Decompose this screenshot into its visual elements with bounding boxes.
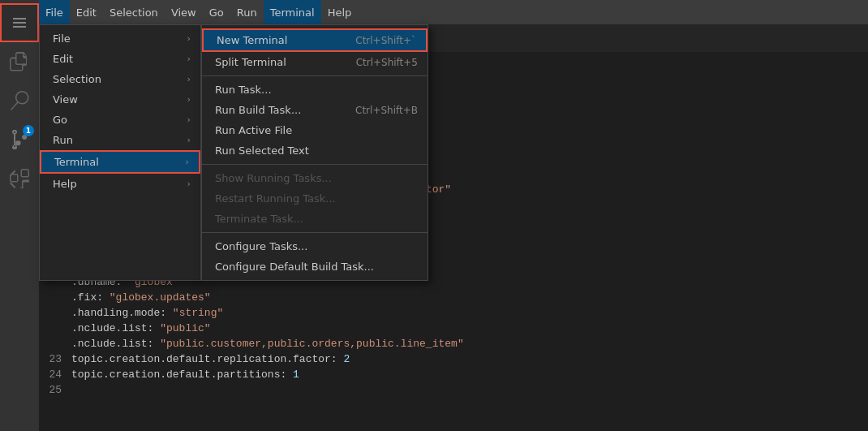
run-menu-item[interactable]: Run — [230, 0, 264, 24]
pm-run-arrow: › — [187, 135, 191, 145]
line-num-24: 24 — [42, 367, 71, 382]
explorer-button[interactable] — [0, 42, 39, 81]
svg-rect-2 — [13, 26, 26, 28]
pm-file-arrow: › — [187, 33, 191, 44]
search-button[interactable] — [0, 81, 39, 120]
line-23: 23 topic.creation.default.replication.fa… — [39, 351, 868, 367]
pm-go-arrow: › — [187, 114, 191, 125]
line-25: 25 — [39, 382, 868, 398]
pm-selection[interactable]: Selection › — [40, 69, 200, 89]
pm-edit[interactable]: Edit › — [40, 49, 200, 69]
sm-new-terminal-label: New Terminal — [217, 34, 287, 46]
menu-bar: File Edit Selection View Go Run Terminal… — [39, 0, 868, 24]
terminal-menu-item[interactable]: Terminal — [264, 0, 321, 24]
pm-selection-label: Selection — [53, 73, 101, 85]
source-control-button[interactable] — [0, 120, 39, 159]
pm-view-arrow: › — [187, 94, 191, 105]
selection-menu-item[interactable]: Selection — [103, 0, 165, 24]
sm-configure-default-build-task[interactable]: Configure Default Build Task... — [202, 256, 428, 277]
pm-help[interactable]: Help › — [40, 174, 200, 194]
pm-run-label: Run — [53, 134, 73, 146]
primary-menu: File › Edit › Selection › View › Go › Ru… — [39, 24, 201, 281]
sm-run-build-task-label: Run Build Task... — [215, 104, 301, 116]
pm-go-label: Go — [53, 114, 67, 126]
sm-new-terminal-shortcut: Ctrl+Shift+` — [355, 35, 416, 46]
sm-restart-running-task: Restart Running Task... — [202, 188, 428, 209]
pm-terminal[interactable]: Terminal › — [40, 150, 200, 174]
sm-sep-2 — [202, 164, 428, 165]
edit-menu-item[interactable]: Edit — [70, 0, 103, 24]
hamburger-menu-button[interactable] — [0, 3, 39, 42]
file-menu-item[interactable]: File — [39, 0, 70, 24]
sm-run-build-task[interactable]: Run Build Task... Ctrl+Shift+B — [202, 100, 428, 120]
activity-bar — [0, 0, 39, 431]
line-include-public: .nclude.list: "public" — [39, 321, 868, 336]
sm-restart-running-task-label: Restart Running Task... — [215, 192, 336, 205]
go-menu-item[interactable]: Go — [203, 0, 230, 24]
sm-show-running-tasks: Show Running Tasks... — [202, 168, 428, 188]
pm-edit-arrow: › — [187, 54, 191, 64]
sm-show-running-tasks-label: Show Running Tasks... — [215, 172, 332, 184]
line-include-tables: .nclude.list: "public.customer,public.or… — [39, 336, 868, 351]
main-area: File Edit Selection View Go Run Terminal… — [39, 0, 868, 431]
sm-run-active-file[interactable]: Run Active File — [202, 120, 428, 140]
sm-configure-tasks[interactable]: Configure Tasks... — [202, 236, 428, 256]
pm-view-label: View — [53, 93, 78, 106]
sm-split-terminal-label: Split Terminal — [215, 56, 286, 68]
sm-terminate-task-label: Terminate Task... — [215, 213, 303, 225]
line-num-23: 23 — [42, 351, 71, 367]
pm-run[interactable]: Run › — [40, 130, 200, 150]
sm-sep-3 — [202, 232, 428, 233]
svg-rect-0 — [13, 18, 26, 19]
sm-split-terminal-shortcut: Ctrl+Shift+5 — [356, 57, 418, 68]
sm-run-selected-text-label: Run Selected Text — [215, 144, 309, 157]
pm-help-arrow: › — [187, 179, 191, 189]
extensions-button[interactable] — [0, 159, 39, 198]
terminal-submenu: New Terminal Ctrl+Shift+` Split Terminal… — [201, 24, 428, 281]
pm-edit-label: Edit — [53, 53, 73, 65]
sm-configure-default-build-task-label: Configure Default Build Task... — [215, 261, 374, 273]
sm-run-task[interactable]: Run Task... — [202, 80, 428, 100]
dropdown-overlay: File › Edit › Selection › View › Go › Ru… — [39, 24, 428, 281]
sm-sep-1 — [202, 75, 428, 76]
line-fix: .fix: "globex.updates" — [39, 290, 868, 305]
sm-run-task-label: Run Task... — [215, 84, 272, 96]
sm-run-active-file-label: Run Active File — [215, 124, 292, 136]
sm-new-terminal[interactable]: New Terminal Ctrl+Shift+` — [202, 28, 428, 52]
pm-view[interactable]: View › — [40, 89, 200, 110]
view-menu-item[interactable]: View — [165, 0, 203, 24]
pm-selection-arrow: › — [187, 74, 191, 84]
sm-run-selected-text[interactable]: Run Selected Text — [202, 140, 428, 161]
sm-split-terminal[interactable]: Split Terminal Ctrl+Shift+5 — [202, 52, 428, 72]
line-handling: .handling.mode: "string" — [39, 305, 868, 321]
help-menu-item[interactable]: Help — [321, 0, 359, 24]
sm-configure-tasks-label: Configure Tasks... — [215, 240, 307, 252]
pm-terminal-label: Terminal — [54, 156, 99, 168]
svg-rect-1 — [13, 22, 26, 24]
pm-help-label: Help — [53, 178, 77, 190]
line-num-25: 25 — [42, 382, 71, 398]
pm-file[interactable]: File › — [40, 28, 200, 49]
sm-run-build-shortcut: Ctrl+Shift+B — [355, 105, 418, 116]
pm-go[interactable]: Go › — [40, 110, 200, 130]
pm-file-label: File — [53, 32, 71, 45]
pm-terminal-arrow: › — [186, 157, 189, 167]
line-24: 24 topic.creation.default.partitions: 1 — [39, 367, 868, 382]
sm-terminate-task: Terminate Task... — [202, 209, 428, 229]
